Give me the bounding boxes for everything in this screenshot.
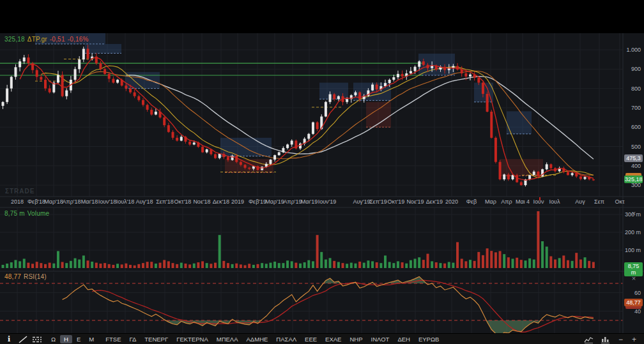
zone-blue[interactable] bbox=[220, 138, 272, 156]
toolbar-tools: i bbox=[0, 334, 43, 344]
ticker-button-ΙΝΛΟΤ[interactable]: ΙΝΛΟΤ bbox=[367, 335, 394, 343]
svg-text:60: 60 bbox=[634, 290, 641, 296]
ticker-button-ΠΑΣΑΛ[interactable]: ΠΑΣΑΛ bbox=[272, 335, 300, 343]
zone-red[interactable] bbox=[500, 159, 543, 176]
symbol-name: ΔTP.gr bbox=[27, 36, 47, 43]
rsi-oversold-fill bbox=[63, 276, 594, 333]
chart-canvas[interactable]: 1.000900800700600500400300300 m200 m100 … bbox=[0, 33, 644, 333]
trading-chart-app: 1.000900800700600500400300300 m200 m100 … bbox=[0, 0, 644, 344]
timeframe-button-Μ[interactable]: Μ bbox=[85, 335, 98, 343]
zoom-out-button[interactable]: − bbox=[616, 335, 625, 344]
ticker-button-ΔΕΗ[interactable]: ΔΕΗ bbox=[394, 335, 414, 343]
volume-pane-close-icon[interactable]: × bbox=[630, 210, 638, 218]
last-price: 325,18 bbox=[4, 36, 25, 43]
ticker-button-ΜΠΕΛΑ[interactable]: ΜΠΕΛΑ bbox=[213, 335, 242, 343]
svg-text:100 m: 100 m bbox=[625, 247, 641, 253]
bar-chart-icon[interactable] bbox=[599, 334, 612, 344]
toolbar-right: − + bbox=[583, 334, 644, 344]
trendline-tool-icon[interactable] bbox=[17, 334, 29, 344]
volume-pane[interactable] bbox=[2, 211, 595, 268]
indicators-icon[interactable] bbox=[31, 334, 43, 344]
time-axis[interactable] bbox=[0, 197, 623, 207]
area-chart-icon[interactable] bbox=[583, 334, 595, 344]
timeframe-button-Ω[interactable]: Ω bbox=[47, 335, 59, 343]
timeframe-button-Ε[interactable]: Ε bbox=[73, 335, 84, 343]
volume-label: Volume bbox=[27, 210, 50, 217]
axes: 1.000900800700600500400300300 m200 m100 … bbox=[0, 33, 644, 333]
ticker-button-ΝΗΡ[interactable]: ΝΗΡ bbox=[346, 335, 366, 343]
rsi-value-badge: 48,77 bbox=[624, 299, 643, 306]
ticker-buttons: FTSEΓΔΤΕΝΕΡΓΓΕΚΤΕΡΝΑΜΠΕΛΑΑΔΜΗΕΠΑΣΑΛΕΕΕΕΧ… bbox=[102, 335, 443, 343]
ticker-button-ΑΔΜΗΕ[interactable]: ΑΔΜΗΕ bbox=[243, 335, 272, 343]
ticker-button-ΤΕΝΕΡΓ[interactable]: ΤΕΝΕΡΓ bbox=[141, 335, 172, 343]
price-change: -0,51 bbox=[50, 36, 65, 43]
ticker-button-ΓΕΚΤΕΡΝΑ[interactable]: ΓΕΚΤΕΡΝΑ bbox=[172, 335, 212, 343]
svg-text:40: 40 bbox=[634, 308, 641, 315]
volume-legend: 8,75 mVolume bbox=[4, 210, 52, 217]
ticker-button-ΕΕΕ[interactable]: ΕΕΕ bbox=[301, 335, 321, 343]
ticker-button-ΓΔ[interactable]: ΓΔ bbox=[126, 335, 141, 343]
svg-text:200 m: 200 m bbox=[625, 229, 641, 236]
zoom-in-button[interactable]: + bbox=[629, 335, 639, 344]
zone-blue[interactable] bbox=[85, 44, 121, 54]
price-change-percent: -0,16% bbox=[68, 36, 89, 43]
price-axis[interactable] bbox=[623, 33, 644, 197]
rsi-legend: 48,77RSI(14) bbox=[4, 273, 49, 280]
bottom-toolbar: i ΩΗΕΜ FTSEΓΔΤΕΝΕΡΓΓΕΚΤΕΡΝΑΜΠΕΛΑΑΔΜΗΕΠΑΣ… bbox=[0, 333, 644, 344]
rsi-value: 48,77 bbox=[4, 273, 21, 280]
rsi-label: RSI(14) bbox=[24, 273, 47, 280]
ticker-button-FTSE[interactable]: FTSE bbox=[102, 335, 125, 343]
symbol-legend: 325,18ΔTP.gr-0,51-0,16% bbox=[4, 36, 91, 43]
timeframe-buttons: ΩΗΕΜ bbox=[47, 335, 98, 343]
watermark: ΣTRADE bbox=[5, 188, 34, 195]
ticker-button-ΕΧΑΕ[interactable]: ΕΧΑΕ bbox=[321, 335, 345, 343]
volume-value: 8,75 m bbox=[4, 210, 25, 217]
ticker-button-ΕΥΡΩΒ[interactable]: ΕΥΡΩΒ bbox=[415, 335, 443, 343]
rsi-pane-close-icon[interactable]: × bbox=[630, 275, 638, 283]
grid bbox=[0, 33, 623, 333]
volume-value-badge: 8,75 m bbox=[624, 262, 643, 276]
info-icon[interactable]: i bbox=[3, 334, 15, 344]
top-strip bbox=[0, 0, 644, 33]
rsi-pane[interactable] bbox=[0, 276, 623, 333]
timeframe-button-Η[interactable]: Η bbox=[60, 335, 72, 343]
zone-blue[interactable] bbox=[507, 111, 532, 133]
